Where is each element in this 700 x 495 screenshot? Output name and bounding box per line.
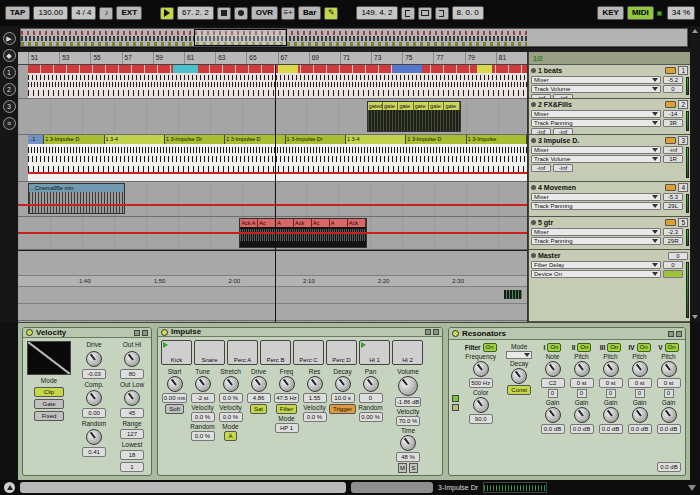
track-name[interactable]: 1 beats	[538, 66, 663, 75]
control-chooser[interactable]: Track Panning	[531, 202, 661, 210]
volume-value[interactable]: -14	[663, 110, 683, 118]
gain-value[interactable]: 0.0 dB	[628, 424, 652, 434]
arrangement-overview[interactable]	[20, 28, 688, 47]
out-hi-knob[interactable]	[124, 351, 140, 367]
gain-knob[interactable]	[574, 407, 590, 423]
clip-title-bar[interactable]: gate	[383, 102, 398, 110]
sat-button[interactable]: Sat	[250, 404, 267, 414]
resonator-on-button[interactable]: On	[665, 343, 679, 352]
control-chooser[interactable]: Track Panning	[531, 119, 661, 127]
random-value[interactable]: 0.41	[82, 447, 106, 457]
pitch-knob[interactable]	[603, 361, 619, 377]
impulse-device[interactable]: Impulse KickSnarePerc APerc BPerc CPerc …	[157, 327, 443, 476]
hot-swap-icon[interactable]	[425, 329, 431, 335]
metronome-icon[interactable]: ♪	[99, 7, 113, 20]
master-sub-lane[interactable]	[18, 251, 527, 276]
pitch-knob[interactable]	[545, 361, 561, 377]
mode-fixed-button[interactable]: Fixed	[34, 411, 64, 421]
gain-knob[interactable]	[603, 407, 619, 423]
filter-on-button[interactable]: On	[483, 343, 497, 352]
out-hi-value[interactable]: 80	[120, 369, 144, 379]
pan-value[interactable]: 0	[359, 393, 383, 403]
pan-value[interactable]: 0	[663, 85, 683, 93]
clip-title-bar[interactable]: 1 3-4	[105, 135, 165, 144]
pitch-knob[interactable]	[661, 361, 677, 377]
left-rail-icon[interactable]: ◆	[3, 49, 16, 62]
ext-sync-button[interactable]: EXT	[116, 6, 142, 20]
master-lane[interactable]: 1:401:502:002:102:202:30	[18, 250, 527, 321]
tune-knob[interactable]	[195, 376, 211, 392]
clip-title-bar[interactable]: ...Cinema95e min	[29, 184, 124, 192]
decay-knob[interactable]	[511, 368, 527, 384]
automation-line[interactable]	[18, 232, 527, 234]
volume-value[interactable]: -inf	[663, 146, 683, 154]
pan-value[interactable]: 29L	[663, 202, 683, 210]
master-sub-lane[interactable]	[18, 287, 527, 304]
track-header-gtr[interactable]: 5 gtr5 Mixer-2.3 Track Panning29R	[529, 217, 690, 250]
pitch-value[interactable]: 0 st	[657, 378, 681, 388]
time-value[interactable]: 48 %	[396, 452, 420, 462]
clip-mini-display[interactable]	[483, 482, 547, 493]
loop-length-field[interactable]: 8. 0. 0	[452, 6, 484, 20]
drive-value[interactable]: 4.86	[247, 393, 271, 403]
mode-gate-button[interactable]: Gate	[34, 399, 64, 409]
track-header-beats[interactable]: 1 beats1 Mixer-5.2 Track Volume0 -inf-in…	[529, 65, 690, 99]
control-chooser[interactable]: Track Panning	[531, 237, 661, 245]
tune-velocity-value[interactable]: 0.0 %	[191, 412, 215, 422]
mode-clip-button[interactable]: Clip	[34, 387, 64, 397]
out-low-knob[interactable]	[124, 390, 140, 406]
comp-value[interactable]: 0.00	[82, 408, 106, 418]
hot-swap-icon[interactable]	[668, 331, 674, 337]
gain-knob[interactable]	[545, 407, 561, 423]
frequency-value[interactable]: 500 Hz	[469, 378, 493, 388]
clip-title-bar[interactable]: A	[330, 219, 348, 227]
left-rail-icon[interactable]: ≡	[3, 117, 16, 130]
pitch-value[interactable]: 0 st	[570, 378, 594, 388]
drive-knob[interactable]	[86, 351, 102, 367]
clip-title-bar[interactable]: 1 3-Impulse D	[44, 135, 104, 144]
track-activator-button[interactable]	[665, 67, 676, 74]
scroll-up-icon[interactable]	[692, 29, 698, 33]
decay-value[interactable]: 10.0 s	[331, 393, 355, 403]
clip-title-bar[interactable]: 1 3-Impulse Dr	[165, 135, 225, 144]
key-map-button[interactable]: KEY	[597, 6, 623, 20]
clip-title-bar[interactable]: 1 3-Impulse D	[225, 135, 285, 144]
punch-out-button[interactable]	[435, 7, 449, 20]
volume-value[interactable]: -1.86 dB	[395, 397, 422, 407]
gain-value[interactable]: 0.0 dB	[599, 424, 623, 434]
drive-knob[interactable]	[251, 376, 267, 392]
resonator-on-button[interactable]: On	[637, 343, 651, 352]
clip-title-bar[interactable]: gate	[414, 102, 429, 110]
time-signature-field[interactable]: 4 / 4	[71, 6, 97, 20]
freq-value[interactable]: 47.5 Hz	[274, 393, 299, 403]
control-chooser[interactable]: Track Volume	[531, 85, 661, 93]
automation-line[interactable]	[18, 204, 527, 206]
track-name[interactable]: Master	[538, 251, 666, 260]
track-lane-movement[interactable]: ...Cinema95e min	[18, 182, 527, 217]
gain-value[interactable]: 0.0 dB	[657, 424, 681, 434]
follow-button[interactable]	[160, 7, 174, 20]
filter-velocity-value[interactable]: 0.0 %	[303, 412, 327, 422]
fine-tune-value[interactable]: 0	[548, 389, 558, 398]
track-lane-impulse[interactable]: ..11 3-Impulse D1 3-41 3-Impulse Dr1 3-I…	[18, 135, 527, 182]
quantize-menu-button[interactable]: Bar	[298, 6, 321, 20]
left-rail-icon[interactable]: 2	[3, 83, 16, 96]
track-name[interactable]: 2 FX&Fills	[538, 100, 663, 109]
resize-corner-icon[interactable]	[688, 485, 696, 491]
pitch-value[interactable]: C2	[541, 378, 565, 388]
mode-chooser[interactable]	[506, 351, 532, 359]
start-knob[interactable]	[167, 376, 183, 392]
track-lane-beats[interactable]	[18, 65, 527, 99]
master-volume-value[interactable]: 0	[668, 252, 688, 260]
send-b-value[interactable]: -inf	[553, 128, 573, 135]
cinema-clip[interactable]: ...Cinema95e min	[28, 183, 125, 214]
volume-value[interactable]: -5.2	[663, 76, 683, 84]
send-a-value[interactable]: -inf	[531, 128, 551, 135]
clip-title-bar[interactable]: Ac	[312, 219, 330, 227]
punch-in-button[interactable]	[401, 7, 415, 20]
master-track-header[interactable]: Master0 Filter Delay0 Device On	[529, 250, 690, 322]
stretch-velocity-value[interactable]: 0.0 %	[219, 412, 243, 422]
pitch-knob[interactable]	[632, 361, 648, 377]
master-sub-lane[interactable]	[18, 304, 527, 320]
device-chooser[interactable]: Filter Delay	[531, 261, 661, 269]
